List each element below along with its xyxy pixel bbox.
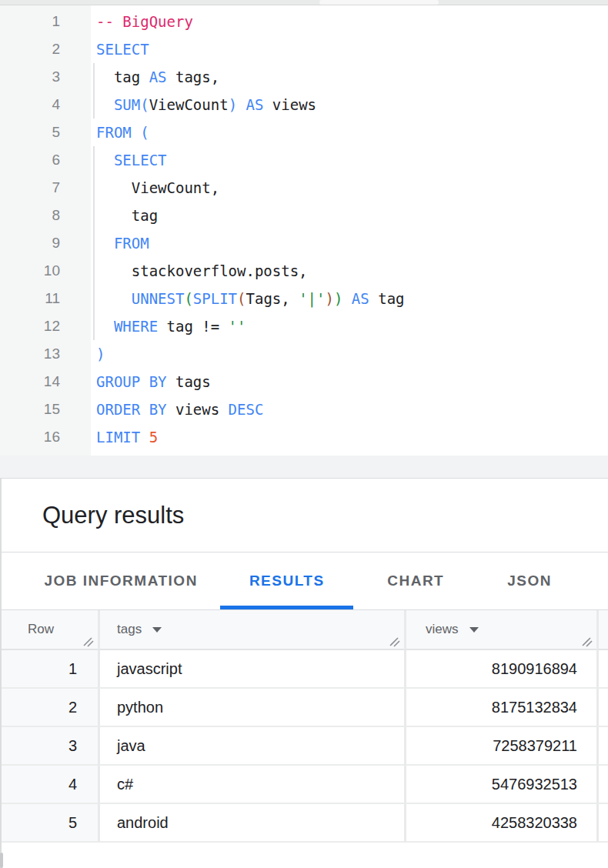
column-header-label: Row [28,622,54,637]
code-text: SELECT [96,146,167,174]
row-overflow-cell [596,689,608,727]
query-results-header: Query results [0,479,608,553]
code-token: LIMIT [96,429,140,446]
code-text: FROM ( [96,119,149,146]
code-token [96,318,114,335]
code-token: Tags, [246,290,290,307]
code-token [96,96,114,113]
code-line: 1 -- BigQuery [0,8,608,35]
tab-job-information[interactable]: JOB INFORMATION [22,553,220,609]
code-line: 4 SUM(ViewCount) AS views [0,91,608,119]
line-number: 8 [0,202,60,229]
code-token: ViewCount [149,96,229,113]
code-text: WHERE tag != '' [96,312,246,340]
code-line: 7 ViewCount, [0,174,608,202]
line-number: 12 [0,312,60,340]
line-number: 1 [0,8,60,35]
code-token: tags, [167,68,220,85]
code-token [342,290,351,307]
results-tabbar: JOB INFORMATIONRESULTSCHARTJSON [0,553,608,610]
views-cell: 4258320338 [404,804,596,843]
active-tab-indicator [220,606,353,609]
column-header-label: tags [117,622,142,637]
tab-results[interactable]: RESULTS [220,553,353,609]
code-line: 8 tag [0,202,608,229]
column-menu-arrow-icon[interactable] [152,627,162,633]
top-scrollbar-thumb[interactable] [319,0,439,5]
tags-cell: android [98,804,404,843]
tags-cell: c# [98,766,404,804]
code-line: 6 SELECT [0,146,608,174]
line-number: 7 [0,174,60,202]
column-resize-handle[interactable] [580,636,593,647]
code-token: tag [96,207,158,224]
tags-cell: python [98,689,404,727]
column-header-tags[interactable]: tags [98,610,404,650]
views-cell: 7258379211 [404,727,596,766]
line-number: 15 [0,396,60,423]
code-token: ( [237,290,246,307]
line-number: 16 [0,423,60,451]
code-token: views [167,401,229,418]
code-token: WHERE [114,318,158,335]
views-cell: 8175132834 [404,689,596,727]
row-overflow-cell [596,766,608,804]
code-token: ( [140,124,149,141]
code-token: SPLIT [193,290,237,307]
tab-label: JSON [507,573,552,589]
code-line: 3 tag AS tags, [0,63,608,91]
code-token: ( [140,96,149,113]
code-token: ( [184,290,192,307]
pane-splitter[interactable] [0,456,608,479]
code-token: stackoverflow.posts, [96,262,308,279]
code-text: GROUP BY tags [96,368,211,396]
code-token: GROUP BY [96,373,167,390]
code-token: FROM [96,124,132,141]
row-overflow-cell [596,727,608,766]
column-menu-arrow-icon[interactable] [469,627,479,633]
views-cell: 8190916894 [404,650,596,689]
code-token: ) [229,96,237,113]
code-text: ORDER BY views DESC [96,396,263,423]
column-resize-handle[interactable] [388,636,400,647]
column-header-row[interactable]: Row [0,610,98,650]
column-resize-handle[interactable] [82,636,94,647]
code-token: 5 [149,429,158,446]
code-token: AS [246,96,264,113]
tab-json[interactable]: JSON [478,553,608,609]
code-token: SELECT [96,41,149,58]
code-token: ) [326,290,334,307]
code-line: 2 SELECT [0,35,608,63]
line-number: 10 [0,257,60,285]
code-token: -- BigQuery [96,13,193,30]
line-number: 14 [0,368,60,396]
code-token [132,124,140,141]
vertical-scrollbar-thumb[interactable] [0,853,3,868]
code-token [140,429,149,446]
code-token [96,290,132,307]
line-number: 4 [0,91,60,119]
code-text: LIMIT 5 [96,423,158,451]
code-line: 13 ) [0,340,608,368]
code-token: UNNEST [132,290,185,307]
code-token: tag != [158,318,229,335]
code-token: tag [96,68,149,85]
tab-label: JOB INFORMATION [44,573,197,589]
column-header-overflow [596,610,608,650]
code-token: ) [96,346,105,362]
code-token: ) [334,290,342,307]
code-text: FROM [96,229,149,257]
code-line: 5 FROM ( [0,119,608,146]
code-token [290,290,299,307]
tab-label: RESULTS [249,573,325,589]
line-number: 9 [0,229,60,257]
code-text: SELECT [96,35,149,63]
code-token: tags [167,373,211,390]
row-number-cell: 3 [0,727,98,766]
row-number-cell: 4 [0,766,98,804]
code-token: AS [149,68,167,85]
column-header-views[interactable]: views [404,610,596,650]
code-text: UNNEST(SPLIT(Tags, '|')) AS tag [96,285,405,312]
tab-chart[interactable]: CHART [353,553,478,609]
sql-editor[interactable]: 1 -- BigQuery 2 SELECT 3 tag AS tags, 4 … [0,5,608,456]
